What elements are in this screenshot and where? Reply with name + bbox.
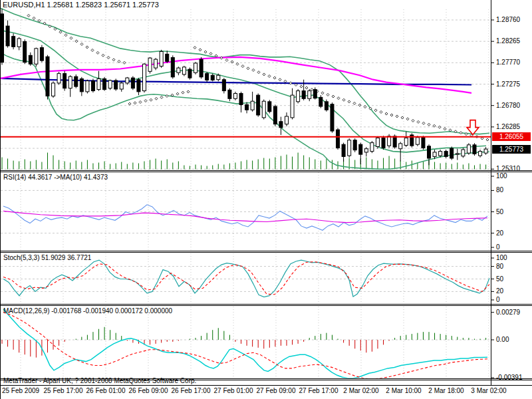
sar-dot bbox=[348, 100, 350, 103]
time-axis-label: 3 Mar 02:00 bbox=[461, 387, 517, 394]
candle-bearish bbox=[12, 37, 15, 47]
candle-bullish bbox=[308, 91, 311, 99]
candle-bullish bbox=[462, 150, 465, 156]
candle-bullish bbox=[194, 63, 198, 72]
candle-bearish bbox=[342, 144, 345, 156]
candle-bullish bbox=[388, 136, 391, 146]
candle-bullish bbox=[370, 143, 374, 152]
price-tick-label: 1.26285 bbox=[496, 123, 520, 130]
rsi-indicator-label: RSI(14) 44.3617 ->MA(10) 41.4373 bbox=[3, 174, 108, 181]
candle-bullish bbox=[57, 74, 61, 83]
sar-dot bbox=[139, 101, 142, 104]
macd-signal-line bbox=[3, 313, 487, 380]
panel-separator[interactable] bbox=[1, 251, 532, 253]
sar-dot bbox=[27, 15, 30, 17]
sar-dot bbox=[412, 119, 414, 122]
sar-dot bbox=[401, 116, 404, 119]
bollinger-middle-line bbox=[1, 31, 486, 152]
candle-bearish bbox=[200, 59, 203, 77]
candle-bullish bbox=[97, 78, 100, 89]
candle-bearish bbox=[245, 104, 249, 110]
sar-dot bbox=[247, 67, 249, 70]
macd-tick-label: 0.00279 bbox=[496, 309, 520, 316]
price-tick-label: 1.28760 bbox=[496, 16, 520, 23]
sar-dot bbox=[396, 115, 398, 118]
stoch-tick-label: 80 bbox=[496, 263, 503, 270]
rsi-tick-label: 50 bbox=[496, 208, 503, 215]
sar-dot bbox=[268, 75, 271, 78]
sar-dot bbox=[236, 63, 239, 65]
stoch-tick-label: 50 bbox=[496, 275, 503, 283]
candle-bearish bbox=[302, 91, 305, 99]
sar-dot bbox=[182, 91, 184, 94]
candle-bearish bbox=[473, 145, 476, 154]
candle-bearish bbox=[331, 104, 334, 131]
candle-bearish bbox=[319, 97, 323, 106]
candle-bearish bbox=[205, 74, 209, 80]
sar-dot bbox=[342, 98, 345, 101]
macd-panel[interactable] bbox=[1, 307, 491, 379]
sar-dot bbox=[390, 114, 393, 116]
candle-bullish bbox=[126, 78, 129, 83]
sar-dot bbox=[225, 59, 228, 61]
candle-bullish bbox=[285, 116, 289, 124]
candle-bearish bbox=[393, 136, 396, 147]
rsi-tick-label: 80 bbox=[496, 186, 503, 194]
sar-dot bbox=[428, 123, 430, 126]
sar-dot bbox=[112, 59, 115, 61]
chart-canvas[interactable] bbox=[1, 0, 532, 399]
candle-bullish bbox=[364, 149, 368, 152]
candle-bullish bbox=[120, 83, 123, 89]
candle-bearish bbox=[239, 94, 243, 105]
price-tick-label: 1.28265 bbox=[496, 37, 520, 45]
candle-bearish bbox=[273, 106, 277, 124]
macd-tick-label: -0.00391 bbox=[496, 374, 522, 381]
candle-bearish bbox=[359, 144, 362, 154]
sar-dot bbox=[70, 37, 72, 39]
price-tick-label: 1.26780 bbox=[496, 102, 520, 109]
last-price-badge: 1.25773 bbox=[492, 145, 531, 154]
candle-bullish bbox=[68, 76, 72, 88]
sar-dot bbox=[75, 40, 78, 43]
candle-bullish bbox=[177, 68, 180, 72]
candle-bearish bbox=[228, 90, 231, 98]
candle-bearish bbox=[325, 102, 328, 110]
sar-dot bbox=[311, 88, 313, 91]
rsi-panel[interactable] bbox=[1, 172, 491, 250]
sar-dot bbox=[460, 132, 462, 134]
candle-bearish bbox=[80, 78, 83, 91]
macd-tick-label: 0.00 bbox=[496, 336, 509, 343]
sar-dot bbox=[134, 102, 136, 104]
panel-separator[interactable] bbox=[1, 305, 532, 306]
stoch-tick-label: 20 bbox=[496, 287, 503, 295]
macd-indicator-label: MACD(12,26,9) -0.001768 -0.001940 0.0001… bbox=[3, 307, 172, 315]
sar-dot bbox=[305, 86, 308, 89]
sar-dot bbox=[438, 126, 441, 128]
price-tick-label: 1.25310 bbox=[496, 165, 520, 172]
sar-dot bbox=[204, 51, 207, 53]
candle-bearish bbox=[103, 78, 106, 89]
sar-dot bbox=[417, 120, 420, 123]
candle-bearish bbox=[131, 78, 134, 88]
sar-dot bbox=[241, 65, 244, 68]
sar-dot bbox=[321, 92, 324, 94]
candle-bearish bbox=[137, 80, 140, 92]
sar-dot bbox=[107, 57, 110, 59]
candle-bullish bbox=[348, 140, 351, 156]
candle-bearish bbox=[1, 14, 4, 63]
candle-bearish bbox=[114, 80, 118, 89]
sar-dot bbox=[86, 46, 88, 49]
candle-bullish bbox=[148, 58, 152, 71]
panel-separator[interactable] bbox=[1, 171, 532, 172]
sar-dot bbox=[263, 73, 265, 76]
sar-dot bbox=[406, 118, 409, 120]
sar-dot bbox=[59, 31, 62, 33]
candle-bullish bbox=[154, 59, 158, 68]
candle-bullish bbox=[467, 145, 470, 153]
candle-bullish bbox=[160, 51, 163, 66]
candle-bearish bbox=[257, 95, 260, 115]
chart-title: EURUSD,H1 1.25681 1.25823 1.25671 1.2577… bbox=[3, 1, 159, 9]
sar-dot bbox=[150, 98, 152, 101]
sar-dot bbox=[422, 122, 425, 124]
main-panel[interactable] bbox=[1, 9, 491, 170]
